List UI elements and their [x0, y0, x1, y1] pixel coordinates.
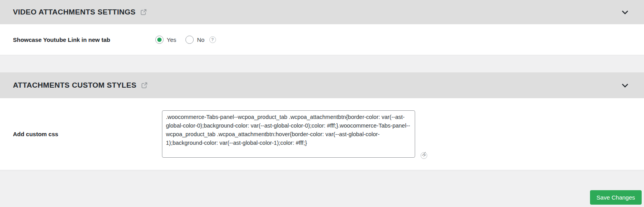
setting-label: Showcase Youtube Link in new tab: [0, 36, 155, 43]
chevron-down-icon[interactable]: [622, 10, 628, 14]
section-header-video-attachments: VIDEO ATTACHMENTS SETTINGS: [0, 0, 644, 24]
section-title-video-attachments: VIDEO ATTACHMENTS SETTINGS: [13, 8, 136, 16]
radio-selected-dot: [157, 38, 162, 42]
radio-group-showcase-new-tab: Yes No ?: [155, 36, 216, 44]
radio-yes[interactable]: [155, 36, 164, 44]
radio-no[interactable]: [185, 36, 194, 44]
external-link-icon[interactable]: [140, 9, 147, 16]
custom-css-field-wrap: .woocommerce-Tabs-panel--wcpoa_product_t…: [162, 110, 427, 158]
section-title-custom-styles: ATTACHMENTS CUSTOM STYLES: [13, 81, 137, 90]
radio-option-yes[interactable]: Yes: [155, 36, 176, 44]
external-link-icon[interactable]: [141, 82, 148, 89]
custom-css-textarea[interactable]: .woocommerce-Tabs-panel--wcpoa_product_t…: [162, 110, 415, 158]
save-changes-button[interactable]: Save Changes: [590, 190, 642, 205]
help-icon[interactable]: ?: [421, 152, 427, 159]
section-header-custom-styles: ATTACHMENTS CUSTOM STYLES: [0, 72, 644, 98]
footer-bar: Save Changes: [0, 170, 644, 207]
video-settings-row: Showcase Youtube Link in new tab Yes No …: [0, 24, 644, 55]
radio-yes-label: Yes: [167, 36, 176, 43]
custom-css-row: Add custom css .woocommerce-Tabs-panel--…: [0, 98, 644, 170]
chevron-down-icon[interactable]: [622, 83, 628, 88]
section-gap: [0, 55, 644, 72]
help-icon[interactable]: ?: [209, 36, 216, 43]
setting-label: Add custom css: [0, 131, 155, 137]
radio-no-label: No: [197, 36, 204, 43]
radio-option-no[interactable]: No: [185, 36, 204, 44]
